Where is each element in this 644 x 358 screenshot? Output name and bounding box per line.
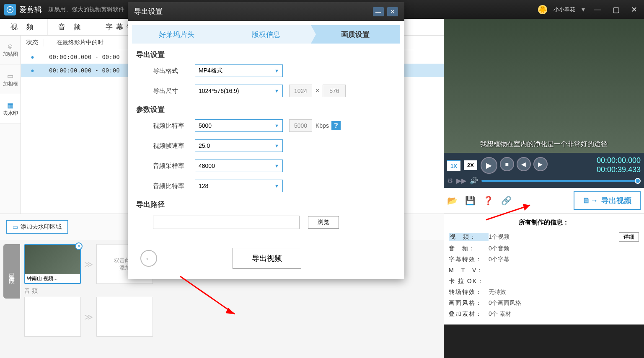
info-label: 音 频： <box>449 245 489 252</box>
tab-video[interactable]: 视 频 <box>0 19 48 35</box>
caret-down-icon: ▼ <box>274 143 279 148</box>
step-quality[interactable]: 画质设置 <box>311 25 400 44</box>
caret-down-icon: ▼ <box>274 163 279 168</box>
save-icon[interactable]: 💾 <box>465 196 476 206</box>
asample-select[interactable]: 48000▼ <box>195 160 283 172</box>
preview-panel: 我想植物在室内的净化是一个非常好的途径 1X 2X ▶ ■ ◀ ▶ 00:00:… <box>444 19 644 358</box>
vbitrate-input[interactable] <box>289 119 312 132</box>
abitrate-select[interactable]: 128▼ <box>195 180 283 192</box>
help-icon[interactable]: ❓ <box>483 196 494 206</box>
width-input[interactable] <box>289 85 312 97</box>
dialog-minimize-button[interactable]: — <box>373 7 384 16</box>
export-icon: 🗎→ <box>583 196 598 205</box>
volume-thumb[interactable] <box>635 178 641 184</box>
side-tool-frame[interactable]: ▭ 加相框 <box>0 65 21 94</box>
info-label: 画面风格： <box>449 299 489 307</box>
export-dialog: 导出设置 — ✕ 好莱坞片头 版权信息 画质设置 导出设置 导出格式 MP4格式… <box>128 2 404 279</box>
svg-point-1 <box>9 8 11 10</box>
info-value: 1个视频 <box>489 233 510 241</box>
speed-1x-button[interactable]: 1X <box>447 160 460 171</box>
fast-forward-icon[interactable]: ▶▶ <box>456 177 466 185</box>
export-video-button[interactable]: 🗎→ 导出视频 <box>574 191 641 210</box>
side-tools: ☺ 加贴图 ▭ 加相框 ▦ 去水印 <box>0 36 21 214</box>
time-total: 00:00:39.433 <box>597 165 641 175</box>
info-row: 音 频：0个音频 <box>449 243 639 254</box>
vbitrate-unit: Kbps <box>316 122 329 129</box>
user-dropdown-caret[interactable]: ▾ <box>582 5 585 13</box>
clip-thumbnail[interactable]: ✕ 钟南山 视频... <box>24 244 81 284</box>
info-value: 无特效 <box>489 288 506 296</box>
clip-remove-button[interactable]: ✕ <box>75 242 83 250</box>
app-logo-icon <box>4 4 16 15</box>
dialog-export-button[interactable]: 导出视频 <box>233 248 301 269</box>
fps-select[interactable]: 25.0▼ <box>195 139 283 152</box>
info-row: 视 频：1个视频详细 <box>449 231 639 243</box>
minimize-button[interactable]: — <box>591 4 604 15</box>
info-label: 视 频： <box>449 233 489 241</box>
format-label: 导出格式 <box>153 67 195 75</box>
section-path: 导出路径 <box>136 200 396 209</box>
info-label: 卡 拉 OK： <box>449 278 489 285</box>
back-button[interactable]: ← <box>140 250 157 267</box>
step-hollywood[interactable]: 好莱坞片头 <box>132 25 221 44</box>
info-value: 0个画面风格 <box>489 299 521 307</box>
caret-down-icon: ▼ <box>274 68 279 73</box>
clip-header-time: 在最终影片中的时 <box>44 39 103 46</box>
close-button[interactable]: ✕ <box>628 4 640 15</box>
step-copyright[interactable]: 版权信息 <box>221 25 310 44</box>
export-path-input[interactable] <box>153 216 300 229</box>
open-folder-icon[interactable]: 📂 <box>447 196 458 206</box>
caret-down-icon: ▼ <box>274 88 279 93</box>
time-current: 00:00:00.000 <box>597 156 641 165</box>
frame-plus-icon: ▭ <box>7 72 13 80</box>
info-row: M T V： <box>449 265 639 276</box>
user-name[interactable]: 小小翠花 <box>553 6 575 13</box>
dialog-close-button[interactable]: ✕ <box>387 7 398 16</box>
x-separator: × <box>316 87 319 95</box>
share-icon[interactable]: 🔗 <box>501 196 512 206</box>
info-row: 叠加素材：0个 素材 <box>449 309 639 319</box>
add-watermark-region-button[interactable]: ▭ 添加去水印区域 <box>6 220 68 234</box>
clip-thumb-label: 钟南山 视频... <box>25 274 80 283</box>
info-value: 0个字幕 <box>489 256 510 263</box>
stop-button[interactable]: ■ <box>500 157 514 171</box>
prev-frame-button[interactable]: ◀ <box>517 157 531 171</box>
info-panel: 所有制作的信息： 视 频：1个视频详细音 频：0个音频字幕特效：0个字幕M T … <box>444 214 644 325</box>
tab-audio[interactable]: 音 频 <box>48 19 96 35</box>
status-dot-icon: ● <box>21 67 44 74</box>
format-select[interactable]: MP4格式▼ <box>195 64 283 77</box>
preview-video[interactable]: 我想植物在室内的净化是一个非常好的途径 <box>444 19 644 153</box>
play-button[interactable]: ▶ <box>481 157 497 174</box>
volume-slider[interactable] <box>481 180 641 182</box>
speed-2x-button[interactable]: 2X <box>464 160 477 170</box>
section-export-settings: 导出设置 <box>136 50 396 59</box>
audio-slot[interactable] <box>24 297 81 337</box>
jog-wheel-icon[interactable]: ⚙ <box>447 177 453 185</box>
side-tool-sticker[interactable]: ☺ 加贴图 <box>0 36 21 65</box>
size-select[interactable]: 1024*576(16:9)▼ <box>195 85 283 97</box>
browse-button[interactable]: 浏览 <box>308 216 339 229</box>
maximize-button[interactable]: ▢ <box>610 4 622 15</box>
info-label: 叠加素材： <box>449 310 489 318</box>
height-input[interactable] <box>323 85 346 97</box>
audio-slot[interactable] <box>96 297 153 337</box>
smiley-plus-icon: ☺ <box>7 43 13 50</box>
preview-subtitle: 我想植物在室内的净化是一个非常好的途径 <box>444 140 644 149</box>
help-button[interactable]: ? <box>331 121 341 130</box>
info-label: 转场特效： <box>449 288 489 296</box>
info-label: M T V： <box>449 267 489 274</box>
volume-icon[interactable]: 🔊 <box>470 177 478 185</box>
vbitrate-select[interactable]: 5000▼ <box>195 119 283 132</box>
next-frame-button[interactable]: ▶ <box>533 157 548 171</box>
info-label: 字幕特效： <box>449 256 489 263</box>
fps-label: 视频帧速率 <box>153 142 195 150</box>
dialog-title: 导出设置 <box>134 7 163 16</box>
timeline-tab-added[interactable]: 已添加片段 <box>3 244 20 299</box>
dashed-rect-icon: ▭ <box>13 224 18 230</box>
clip-time: 00:00:00.000 - 00:00 <box>44 67 120 74</box>
detail-button[interactable]: 详细 <box>619 232 639 242</box>
user-avatar-icon[interactable]: 🐥 <box>538 5 547 14</box>
side-tool-watermark[interactable]: ▦ 去水印 <box>0 94 21 124</box>
abitrate-label: 音频比特率 <box>153 182 195 190</box>
info-row: 转场特效：无特效 <box>449 287 639 298</box>
